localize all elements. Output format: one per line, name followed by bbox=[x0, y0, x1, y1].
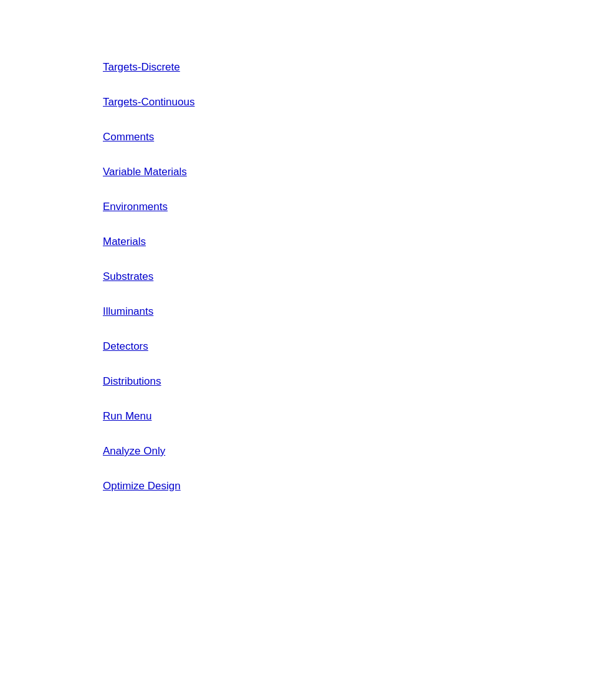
nav-link-environments[interactable]: Environments bbox=[103, 201, 168, 213]
nav-item-variable-materials: Variable Materials bbox=[103, 155, 589, 189]
nav-item-targets-discrete: Targets-Discrete bbox=[103, 50, 589, 85]
nav-link-targets-continuous[interactable]: Targets-Continuous bbox=[103, 96, 194, 108]
navigation-list: Targets-DiscreteTargets-ContinuousCommen… bbox=[103, 50, 589, 504]
main-page: Targets-DiscreteTargets-ContinuousCommen… bbox=[0, 0, 589, 700]
nav-link-optimize-design[interactable]: Optimize Design bbox=[103, 480, 181, 492]
nav-link-materials[interactable]: Materials bbox=[103, 236, 146, 247]
nav-item-substrates: Substrates bbox=[103, 259, 589, 294]
nav-link-comments[interactable]: Comments bbox=[103, 131, 154, 143]
nav-item-targets-continuous: Targets-Continuous bbox=[103, 85, 589, 120]
nav-item-distributions: Distributions bbox=[103, 364, 589, 399]
nav-link-variable-materials[interactable]: Variable Materials bbox=[103, 166, 187, 178]
nav-item-environments: Environments bbox=[103, 189, 589, 224]
nav-item-illuminants: Illuminants bbox=[103, 294, 589, 329]
nav-link-illuminants[interactable]: Illuminants bbox=[103, 305, 153, 317]
nav-item-run-menu: Run Menu bbox=[103, 399, 589, 434]
nav-link-substrates[interactable]: Substrates bbox=[103, 271, 153, 282]
nav-item-detectors: Detectors bbox=[103, 329, 589, 364]
nav-link-analyze-only[interactable]: Analyze Only bbox=[103, 445, 165, 457]
nav-item-materials: Materials bbox=[103, 224, 589, 259]
nav-link-targets-discrete[interactable]: Targets-Discrete bbox=[103, 61, 180, 73]
nav-link-detectors[interactable]: Detectors bbox=[103, 340, 148, 352]
nav-link-distributions[interactable]: Distributions bbox=[103, 375, 161, 387]
nav-link-run-menu[interactable]: Run Menu bbox=[103, 410, 151, 422]
nav-item-optimize-design: Optimize Design bbox=[103, 469, 589, 504]
nav-item-analyze-only: Analyze Only bbox=[103, 434, 589, 469]
nav-item-comments: Comments bbox=[103, 120, 589, 155]
